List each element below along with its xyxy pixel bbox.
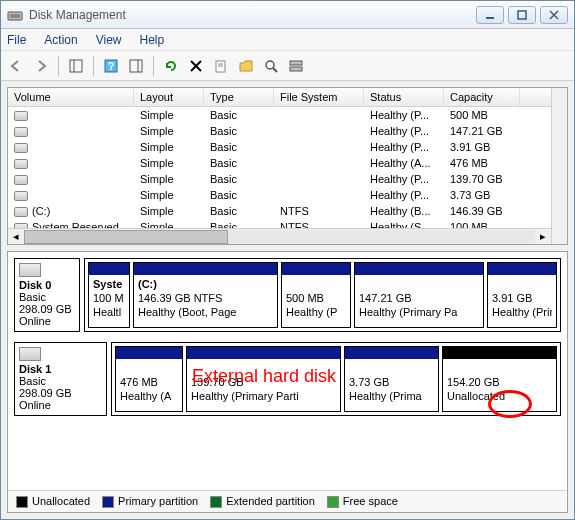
partition-primary[interactable]: 500 MBHealthy (P bbox=[281, 262, 351, 328]
svg-rect-19 bbox=[290, 61, 302, 65]
content-area: Volume Layout Type File System Status Ca… bbox=[1, 81, 574, 519]
menubar: File Action View Help bbox=[1, 29, 574, 51]
volume-row[interactable]: SimpleBasicHealthy (P...500 MB bbox=[8, 107, 551, 123]
action-pane-icon[interactable] bbox=[125, 55, 147, 77]
disk-row: Disk 0Basic298.09 GBOnlineSyste100 MHeal… bbox=[14, 258, 561, 332]
volume-row[interactable]: System ReservedSimpleBasicNTFSHealthy (S… bbox=[8, 219, 551, 228]
svg-rect-20 bbox=[290, 67, 302, 71]
legend-unallocated: Unallocated bbox=[16, 495, 90, 508]
col-filesystem[interactable]: File System bbox=[274, 88, 364, 106]
volume-row[interactable]: SimpleBasicHealthy (A...476 MB bbox=[8, 155, 551, 171]
titlebar[interactable]: Disk Management bbox=[1, 1, 574, 29]
volume-list-pane: Volume Layout Type File System Status Ca… bbox=[7, 87, 568, 245]
disk-label[interactable]: Disk 0Basic298.09 GBOnline bbox=[14, 258, 80, 332]
partition-container: 476 MBHealthy (A 139.70 GBHealthy (Prima… bbox=[111, 342, 561, 416]
svg-rect-3 bbox=[518, 11, 526, 19]
folder-open-icon[interactable] bbox=[235, 55, 257, 77]
partition-primary[interactable]: 139.70 GBHealthy (Primary Parti bbox=[186, 346, 341, 412]
delete-icon[interactable] bbox=[185, 55, 207, 77]
partition-primary[interactable]: Syste100 MHealtl bbox=[88, 262, 130, 328]
window-controls bbox=[476, 6, 568, 24]
svg-rect-1 bbox=[10, 14, 20, 18]
vertical-scrollbar[interactable] bbox=[551, 88, 567, 244]
menu-help[interactable]: Help bbox=[140, 33, 165, 47]
disk-row: Disk 1Basic298.09 GBOnline 476 MBHealthy… bbox=[14, 342, 561, 416]
minimize-button[interactable] bbox=[476, 6, 504, 24]
volume-list-body[interactable]: SimpleBasicHealthy (P...500 MBSimpleBasi… bbox=[8, 107, 551, 228]
svg-point-17 bbox=[266, 61, 274, 69]
partition-primary[interactable]: 3.91 GBHealthy (Prin bbox=[487, 262, 557, 328]
back-button[interactable] bbox=[5, 55, 27, 77]
svg-rect-6 bbox=[70, 60, 82, 72]
menu-file[interactable]: File bbox=[7, 33, 26, 47]
partition-primary[interactable]: 3.73 GBHealthy (Prima bbox=[344, 346, 439, 412]
partition-primary[interactable]: 147.21 GBHealthy (Primary Pa bbox=[354, 262, 484, 328]
volume-row[interactable]: SimpleBasicHealthy (P...3.73 GB bbox=[8, 187, 551, 203]
svg-text:?: ? bbox=[108, 60, 115, 72]
partition-primary[interactable]: (C:)146.39 GB NTFSHealthy (Boot, Page bbox=[133, 262, 278, 328]
show-hide-console-tree-icon[interactable] bbox=[65, 55, 87, 77]
col-volume[interactable]: Volume bbox=[8, 88, 134, 106]
col-type[interactable]: Type bbox=[204, 88, 274, 106]
disk-graphical-pane: Disk 0Basic298.09 GBOnlineSyste100 MHeal… bbox=[7, 251, 568, 513]
partition-primary[interactable]: 476 MBHealthy (A bbox=[115, 346, 183, 412]
help-icon[interactable]: ? bbox=[100, 55, 122, 77]
disk-graph-body[interactable]: Disk 0Basic298.09 GBOnlineSyste100 MHeal… bbox=[8, 252, 567, 490]
volume-row[interactable]: SimpleBasicHealthy (P...139.70 GB bbox=[8, 171, 551, 187]
legend-primary: Primary partition bbox=[102, 495, 198, 508]
disk-label[interactable]: Disk 1Basic298.09 GBOnline bbox=[14, 342, 107, 416]
partition-container: Syste100 MHealtl(C:)146.39 GB NTFSHealth… bbox=[84, 258, 561, 332]
refresh-icon[interactable] bbox=[160, 55, 182, 77]
svg-rect-10 bbox=[130, 60, 142, 72]
volume-row[interactable]: (C:)SimpleBasicNTFSHealthy (B...146.39 G… bbox=[8, 203, 551, 219]
properties-icon[interactable] bbox=[210, 55, 232, 77]
menu-action[interactable]: Action bbox=[44, 33, 77, 47]
col-spacer bbox=[520, 88, 551, 106]
app-icon bbox=[7, 7, 23, 23]
svg-line-18 bbox=[273, 68, 277, 72]
disk-management-window: Disk Management File Action View Help ? bbox=[0, 0, 575, 520]
toolbar: ? bbox=[1, 51, 574, 81]
legend-free: Free space bbox=[327, 495, 398, 508]
volume-row[interactable]: SimpleBasicHealthy (P...3.91 GB bbox=[8, 139, 551, 155]
legend-extended: Extended partition bbox=[210, 495, 315, 508]
forward-button[interactable] bbox=[30, 55, 52, 77]
col-status[interactable]: Status bbox=[364, 88, 444, 106]
menu-view[interactable]: View bbox=[96, 33, 122, 47]
horizontal-scrollbar[interactable]: ◂ ▸ bbox=[8, 228, 551, 244]
col-capacity[interactable]: Capacity bbox=[444, 88, 520, 106]
volume-row[interactable]: SimpleBasicHealthy (P...147.21 GB bbox=[8, 123, 551, 139]
close-button[interactable] bbox=[540, 6, 568, 24]
col-layout[interactable]: Layout bbox=[134, 88, 204, 106]
legend: Unallocated Primary partition Extended p… bbox=[8, 490, 567, 512]
maximize-button[interactable] bbox=[508, 6, 536, 24]
volume-list-header: Volume Layout Type File System Status Ca… bbox=[8, 88, 551, 107]
disk-list-icon[interactable] bbox=[285, 55, 307, 77]
window-title: Disk Management bbox=[29, 8, 476, 22]
magnifier-icon[interactable] bbox=[260, 55, 282, 77]
partition-unallocated[interactable]: 154.20 GBUnallocated bbox=[442, 346, 557, 412]
